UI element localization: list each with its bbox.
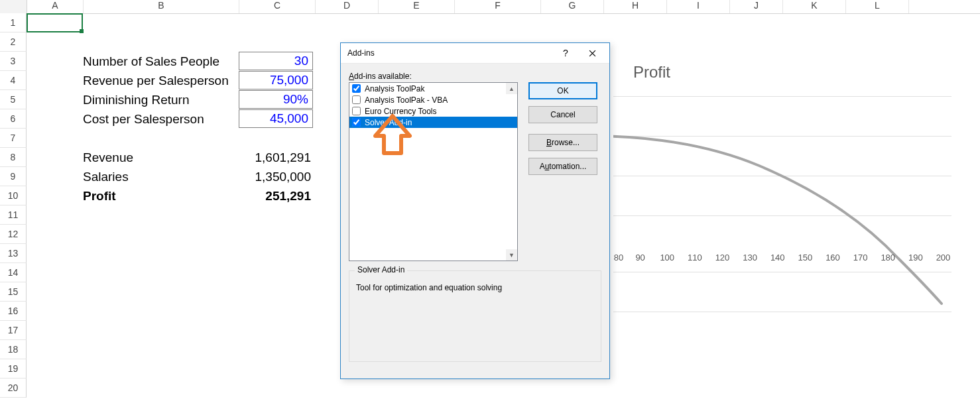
label-profit: Profit bbox=[83, 189, 116, 204]
cell-value[interactable]: 1,350,000 bbox=[239, 167, 315, 186]
row-header[interactable]: 12 bbox=[0, 225, 27, 244]
profit-chart[interactable]: Profit 80 90 100 110 120 130 140 150 160… bbox=[613, 60, 965, 317]
value-num-sales: 30 bbox=[239, 52, 313, 70]
row-header[interactable]: 1 bbox=[0, 13, 27, 32]
row-header[interactable]: 14 bbox=[0, 263, 27, 282]
scroll-up-icon[interactable]: ▲ bbox=[506, 83, 517, 94]
col-header-h[interactable]: H bbox=[604, 0, 667, 13]
cancel-button[interactable]: Cancel bbox=[528, 106, 597, 123]
cell[interactable] bbox=[27, 109, 83, 129]
value-revenue-per: 75,000 bbox=[239, 71, 313, 89]
addin-checkbox[interactable] bbox=[352, 107, 361, 115]
addin-label: Euro Currency Tools bbox=[365, 107, 437, 116]
cell[interactable] bbox=[27, 129, 83, 148]
col-header-b[interactable]: B bbox=[84, 0, 239, 13]
cell-value[interactable]: 30 bbox=[239, 52, 315, 71]
cell-label[interactable]: Revenue bbox=[83, 148, 239, 167]
browse-button[interactable]: Browse... bbox=[528, 134, 597, 151]
cell-label[interactable]: Cost per Salesperson bbox=[83, 109, 239, 129]
addin-checkbox[interactable] bbox=[352, 118, 361, 127]
cell-label[interactable]: Number of Sales People bbox=[83, 52, 239, 71]
col-header-e[interactable]: E bbox=[379, 0, 455, 13]
row-header[interactable]: 18 bbox=[0, 340, 27, 359]
help-button[interactable]: ? bbox=[552, 44, 579, 62]
row-header[interactable]: 10 bbox=[0, 186, 27, 205]
row-header[interactable]: 15 bbox=[0, 282, 27, 302]
row-header[interactable]: 11 bbox=[0, 205, 27, 225]
cell[interactable] bbox=[27, 167, 83, 186]
cell[interactable] bbox=[27, 90, 83, 109]
value-profit: 251,291 bbox=[239, 189, 315, 204]
cell-value[interactable]: 1,601,291 bbox=[239, 148, 315, 167]
label-num-sales: Number of Sales People bbox=[83, 54, 219, 69]
row-header[interactable]: 5 bbox=[0, 90, 27, 109]
cell[interactable] bbox=[27, 32, 83, 52]
row-header[interactable]: 2 bbox=[0, 32, 27, 52]
cell-label[interactable]: Diminishing Return bbox=[83, 90, 239, 109]
cell[interactable] bbox=[27, 71, 83, 90]
row-header[interactable]: 9 bbox=[0, 167, 27, 186]
row-header[interactable]: 3 bbox=[0, 52, 27, 71]
cell-a1[interactable] bbox=[27, 13, 83, 32]
scroll-down-icon[interactable]: ▼ bbox=[506, 249, 517, 261]
row-header[interactable]: 7 bbox=[0, 129, 27, 148]
ok-button[interactable]: OK bbox=[528, 82, 597, 99]
row-header[interactable]: 8 bbox=[0, 148, 27, 167]
dialog-title: Add-ins bbox=[347, 48, 552, 58]
addin-checkbox[interactable] bbox=[352, 95, 361, 104]
addin-item-euro-currency[interactable]: Euro Currency Tools bbox=[349, 105, 517, 117]
row-header[interactable]: 16 bbox=[0, 302, 27, 321]
row-header[interactable]: 19 bbox=[0, 359, 27, 378]
cell-label[interactable]: Salaries bbox=[83, 167, 239, 186]
addin-checkbox[interactable] bbox=[352, 84, 361, 93]
col-header-k[interactable]: K bbox=[783, 0, 846, 13]
cell[interactable] bbox=[27, 186, 83, 205]
column-headers: A B C D E F G H I J K L bbox=[0, 0, 980, 14]
close-button[interactable] bbox=[579, 44, 605, 62]
cell-label-profit[interactable]: Profit bbox=[83, 186, 239, 205]
value-revenue: 1,601,291 bbox=[239, 150, 315, 165]
label-revenue: Revenue bbox=[83, 150, 133, 165]
row-header[interactable]: 4 bbox=[0, 71, 27, 90]
col-header-d[interactable]: D bbox=[316, 0, 379, 13]
cell-value[interactable]: 90% bbox=[239, 90, 315, 109]
row-header[interactable]: 17 bbox=[0, 321, 27, 340]
cell[interactable] bbox=[239, 129, 315, 148]
cell[interactable] bbox=[27, 148, 83, 167]
row-header[interactable]: 13 bbox=[0, 244, 27, 263]
cell[interactable] bbox=[239, 32, 315, 52]
cell-label[interactable]: Revenue per Salesperson bbox=[83, 71, 239, 90]
chart-x-axis-labels: 80 90 100 110 120 130 140 150 160 170 18… bbox=[611, 253, 956, 262]
addins-listbox[interactable]: Analysis ToolPak Analysis ToolPak - VBA … bbox=[349, 82, 518, 261]
addin-label: Analysis ToolPak bbox=[365, 84, 425, 93]
col-header-f[interactable]: F bbox=[455, 0, 541, 13]
cell[interactable] bbox=[83, 129, 239, 148]
addin-label: Analysis ToolPak - VBA bbox=[365, 95, 448, 105]
label-cost-per: Cost per Salesperson bbox=[83, 112, 204, 127]
col-header-g[interactable]: G bbox=[541, 0, 604, 13]
cell-value-profit[interactable]: 251,291 bbox=[239, 186, 315, 205]
dialog-titlebar[interactable]: Add-ins ? bbox=[341, 43, 609, 64]
select-all-corner[interactable] bbox=[0, 0, 27, 13]
row-header[interactable]: 20 bbox=[0, 378, 27, 398]
col-header-i[interactable]: I bbox=[667, 0, 730, 13]
cell-value[interactable]: 45,000 bbox=[239, 109, 315, 129]
cell-b1[interactable] bbox=[83, 13, 239, 32]
col-header-c[interactable]: C bbox=[239, 0, 316, 13]
addin-item-analysis-toolpak-vba[interactable]: Analysis ToolPak - VBA bbox=[349, 94, 517, 105]
addin-item-analysis-toolpak[interactable]: Analysis ToolPak bbox=[349, 83, 517, 94]
col-header-l[interactable]: L bbox=[846, 0, 909, 13]
col-header-a[interactable]: A bbox=[27, 0, 84, 13]
addin-item-solver[interactable]: Solver Add-in bbox=[349, 117, 517, 128]
description-text: Tool for optimization and equation solvi… bbox=[356, 283, 594, 292]
rows: 1 2 3 Number of Sales People 30 4 Revenu… bbox=[0, 13, 315, 398]
cell-c1[interactable] bbox=[239, 13, 315, 32]
cell[interactable] bbox=[27, 52, 83, 71]
automation-button[interactable]: Automation... bbox=[528, 158, 597, 175]
cell[interactable] bbox=[83, 32, 239, 52]
addin-label: Solver Add-in bbox=[365, 118, 412, 127]
cell-value[interactable]: 75,000 bbox=[239, 71, 315, 90]
row-header[interactable]: 6 bbox=[0, 109, 27, 129]
value-dim-return: 90% bbox=[239, 90, 313, 109]
col-header-j[interactable]: J bbox=[730, 0, 783, 13]
